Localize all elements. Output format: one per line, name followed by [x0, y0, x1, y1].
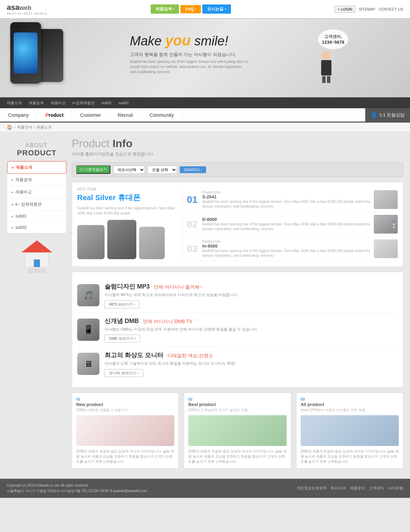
- product-name-1: S-2541: [202, 194, 370, 199]
- title-product: Product: [72, 137, 112, 150]
- scroll-indicator: [393, 220, 395, 228]
- phone-secondary: [38, 29, 63, 82]
- menu-bullet-4: ●: [11, 202, 13, 206]
- content-wrapper: ABOUT PRODUCT ● 제품소개 ● 제품검색 ● 제품비교 ● e -…: [0, 132, 410, 479]
- bp-image-3: [301, 415, 399, 446]
- nav-btn-directions[interactable]: 오시는길 ›: [202, 4, 231, 14]
- monitor-symbol: 🖥: [84, 359, 93, 369]
- bottom-product-3: 03 All product since 1970부터 사원인 아사웹의 모든 …: [296, 393, 403, 468]
- product-thumb-1: [374, 190, 398, 209]
- filter-other-products-btn[interactable]: ◎ 다른제품보기: [76, 165, 110, 174]
- hero-banner: Make you smile! 고객의 행복을 함께 만들어 가는 아사웹이 되…: [0, 19, 410, 97]
- sidebar-item-product-search[interactable]: ● 제품검색: [7, 174, 66, 186]
- scroll-dot-1: [393, 220, 395, 222]
- product-label-1: Product Info: [202, 191, 370, 194]
- sidebar-item-product-intro[interactable]: ● 제품소개: [7, 161, 66, 174]
- sub-nav-item-3[interactable]: 제품비교: [51, 100, 66, 106]
- phone-screen: [14, 32, 38, 73]
- hero-desc-kr: 고객의 행복을 함께 만들어 가는 아사웹이 되겠습니다.: [130, 52, 249, 58]
- product-info-2: D-8000 Asabell has been opening one of t…: [202, 217, 370, 232]
- main-content: Product Info 아사웹 홈페이지방문을 진심으로 환영합니다. ◎ 다…: [72, 137, 403, 474]
- logo-asa: asa: [7, 3, 19, 12]
- footer-link-company[interactable]: 회사소개: [331, 486, 346, 491]
- footer-link-privacy[interactable]: 개인정보보호정책: [297, 486, 327, 491]
- house-base-3: [41, 269, 45, 273]
- bp-desc-3: 2008년 제품의 컨셉은 쉽은 감성적 각각의 디자인입니다. 슬림 제품 높…: [301, 449, 399, 464]
- feature-dmb-btn[interactable]: DMB 보러가기 ›: [105, 335, 140, 342]
- sidebar-item-experience[interactable]: ● e - 입체채험관: [7, 198, 66, 211]
- home-icon[interactable]: 🏠: [7, 125, 12, 130]
- sub-nav-item-4[interactable]: e-입체채험관: [72, 100, 95, 106]
- sidebar-item-sub02[interactable]: ● sub02: [7, 222, 66, 233]
- nav-community[interactable]: Community: [141, 108, 182, 122]
- contact-link[interactable]: CONTECT US: [379, 7, 403, 11]
- product-desc-1: Asabell has been opening one of the bigg…: [202, 199, 370, 209]
- sub-nav-item-2[interactable]: 제품검색: [29, 100, 44, 106]
- breadcrumb-item2[interactable]: 제품소개: [37, 125, 52, 130]
- product-list-item-2[interactable]: 02 D-8000 Asabell has been opening one o…: [187, 212, 398, 237]
- dmb-symbol: 📱: [83, 325, 94, 334]
- hero-make: Make: [130, 34, 165, 48]
- sidebar-label-2: 제품검색: [15, 177, 32, 183]
- logo-text: asaweb: [7, 3, 47, 12]
- sub-nav-dark: 제품소개 제품검색 제품비교 e-입체채험관 sub01 sub02: [0, 97, 410, 108]
- sub-nav-item-1[interactable]: 제품소개: [7, 100, 22, 106]
- sub-nav-item-5[interactable]: sub01: [101, 101, 112, 105]
- char-leg-right: [327, 76, 330, 83]
- consult-label: 1:1 친절상담: [379, 112, 405, 118]
- login-button[interactable]: + LOGIN: [334, 6, 356, 13]
- menu-bullet-2: ●: [11, 178, 13, 182]
- menu-bullet-1: ●: [12, 166, 14, 169]
- nav-consult[interactable]: 👤 1:1 친절상담: [365, 108, 410, 122]
- hot-section: HOT ITEM Real Silver 휴대폰 Asabell has bee…: [72, 182, 403, 267]
- menu-bullet-3: ●: [11, 190, 13, 194]
- footer-link-support[interactable]: 고객센터: [369, 486, 384, 491]
- scroll-dot-3: [393, 226, 395, 228]
- menu-bullet-5: ●: [11, 214, 13, 218]
- sub-nav-item-6[interactable]: sub02: [119, 101, 129, 105]
- sidebar-item-sub01[interactable]: ● sub01: [7, 211, 66, 222]
- phone-main: [10, 22, 41, 84]
- sidebar-title: ABOUT PRODUCT: [7, 137, 67, 161]
- hot-phones-row: [77, 220, 176, 259]
- feature-monitor-desc: 아사웹의 단독 기술력으로 만든 최고의 화질을 자랑하는 모니터 모니터의 혁…: [105, 361, 398, 366]
- sidebar-item-product-compare[interactable]: ● 제품비교: [7, 186, 66, 198]
- feature-dmb: 📱 신개념 DMB 언제 어디서나 DMB TV 아사웹의 DMB는 지상파,위…: [77, 313, 398, 347]
- nav-btn-search[interactable]: 제품검색 ›: [151, 4, 179, 14]
- nav-btn-faq[interactable]: FAQ ›: [180, 5, 201, 13]
- footer-link-sitemap[interactable]: 사이트맵: [388, 486, 403, 491]
- nav-company[interactable]: Company: [0, 108, 37, 122]
- consult-icon: 👤: [371, 112, 378, 118]
- product-list-item-3[interactable]: 03 Product Info hi-6500 Asabell has been…: [187, 237, 398, 261]
- page-title: Product Info: [72, 137, 403, 150]
- filter-search-button[interactable]: SEARCH ›: [180, 166, 206, 173]
- feature-monitor-btn[interactable]: 모니터 보러가기 ›: [105, 369, 143, 377]
- hot-phone-1: [77, 225, 105, 259]
- feature-mp3-btn[interactable]: MP3 보러가기 ›: [105, 300, 139, 308]
- char-leg-left: [322, 76, 326, 83]
- footer-link-inquiry[interactable]: 제품문의: [350, 486, 365, 491]
- product-num-3: 03: [187, 243, 199, 254]
- nav-recruit[interactable]: Recruit: [110, 108, 141, 122]
- footer-left: Copyright (c) 2010 ASAweb co.,ltd. All r…: [7, 483, 147, 494]
- product-info-3: Product Info hi-6500 Asabell has been op…: [202, 240, 370, 258]
- house-icon: [22, 240, 52, 273]
- product-label-3: Product Info: [202, 240, 370, 243]
- bp-title-3: All product: [301, 402, 399, 407]
- breadcrumb: 🏠 › 제품안내 › 제품소개: [0, 123, 410, 132]
- hero-smile: smile!: [191, 34, 228, 48]
- hero-title: Make you smile!: [130, 32, 249, 49]
- product-list-item-1[interactable]: 01 Product Info S-2541 Asabell has been …: [187, 187, 398, 212]
- char-body: [321, 60, 331, 75]
- breadcrumb-item1[interactable]: 제품안내: [17, 125, 32, 130]
- filter-manufacturer-select[interactable]: 제조사선택: [113, 166, 145, 174]
- scroll-dot-2: [393, 223, 395, 225]
- bp-num-2: 02: [188, 397, 286, 401]
- hero-content: Make you smile! 고객의 행복을 함께 만들어 가는 아사웹이 되…: [130, 32, 249, 74]
- sitemap-link[interactable]: SITEMAP: [359, 7, 375, 11]
- logo-subtitle: BEST OF BEST WORLD: [7, 12, 47, 15]
- nav-customer[interactable]: Customer: [72, 108, 110, 122]
- sidebar-menu: ● 제품소개 ● 제품검색 ● 제품비교 ● e - 입체채험관 ● sub01…: [7, 161, 67, 234]
- nav-product[interactable]: Product: [37, 108, 72, 122]
- filter-model-select[interactable]: 모델 선택: [148, 166, 177, 174]
